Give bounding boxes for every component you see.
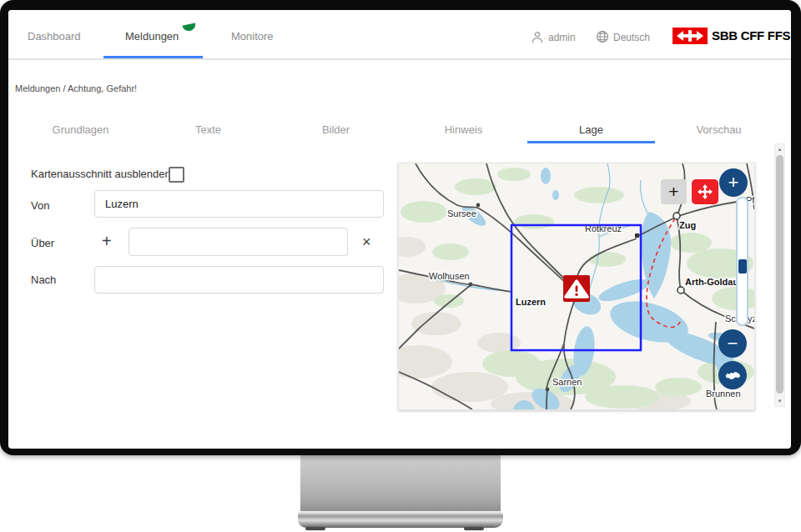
globe-icon bbox=[596, 30, 609, 47]
brand-text: SBB CFF FFS bbox=[712, 28, 790, 43]
map-label-zug: Zug bbox=[679, 220, 696, 230]
tab-texte[interactable]: Texte bbox=[144, 121, 272, 143]
hide-map-checkbox[interactable] bbox=[169, 167, 184, 183]
breadcrumb: Meldungen / Achtung, Gefahr! bbox=[15, 83, 137, 93]
map-label-brunnen: Brunnen bbox=[706, 389, 741, 399]
tab-bilder[interactable]: Bilder bbox=[272, 121, 400, 143]
language-selector[interactable]: Deutsch bbox=[613, 32, 650, 43]
monitor-foot bbox=[305, 527, 325, 530]
zoom-slider-handle[interactable] bbox=[738, 259, 747, 274]
clear-via-icon[interactable]: × bbox=[362, 233, 371, 251]
map-label-luzern: Luzern bbox=[516, 297, 546, 307]
monitor-foot bbox=[464, 527, 484, 530]
app-window: Dashboard Meldungen Monitore admin Deuts… bbox=[8, 10, 791, 449]
scrollbar-thumb[interactable] bbox=[776, 155, 783, 394]
zoom-out-button[interactable]: − bbox=[718, 329, 747, 358]
nach-input[interactable] bbox=[94, 266, 384, 294]
zoom-slider[interactable] bbox=[736, 197, 748, 326]
content-scrollbar[interactable]: ▲ ▼ bbox=[774, 143, 785, 407]
tab-lage[interactable]: Lage bbox=[527, 121, 655, 143]
map-label-sursee: Sursee bbox=[447, 208, 476, 218]
nav-item-dashboard[interactable]: Dashboard bbox=[28, 30, 81, 43]
tab-lage-label: Lage bbox=[579, 123, 603, 136]
ueber-label: Über bbox=[31, 237, 54, 249]
von-input[interactable] bbox=[94, 190, 384, 218]
scroll-down-arrow[interactable]: ▼ bbox=[775, 396, 784, 406]
user-icon bbox=[531, 31, 543, 47]
monitor-stand-base bbox=[298, 511, 503, 528]
map-panel: Sursee Rotkreuz Zug Pfäffikon Wolhusen L… bbox=[398, 163, 755, 410]
ueber-input[interactable] bbox=[128, 228, 348, 256]
scroll-up-arrow[interactable]: ▲ bbox=[775, 144, 784, 154]
minus-icon: − bbox=[728, 334, 738, 353]
nach-label: Nach bbox=[31, 274, 56, 286]
nav-item-monitore[interactable]: Monitore bbox=[231, 30, 274, 43]
warning-marker-icon[interactable] bbox=[563, 275, 590, 302]
hide-map-label: Kartenausschnitt ausblenden bbox=[31, 168, 171, 180]
zoom-in-button[interactable]: + bbox=[719, 168, 748, 197]
active-nav-underline bbox=[103, 56, 203, 58]
map-label-sarnen: Sarnen bbox=[552, 377, 582, 387]
map-label-arth-goldau: Arth-Goldau bbox=[685, 277, 738, 287]
add-via-icon[interactable]: + bbox=[102, 232, 112, 251]
move-marker-button[interactable] bbox=[692, 179, 718, 204]
meldungen-badge-icon bbox=[182, 23, 196, 32]
draw-extent-button[interactable]: + bbox=[661, 179, 687, 204]
top-nav: Dashboard Meldungen Monitore admin Deuts… bbox=[8, 10, 791, 60]
map-label-wolhusen: Wolhusen bbox=[429, 271, 470, 281]
move-arrows-icon bbox=[697, 183, 713, 200]
nav-item-meldungen[interactable]: Meldungen bbox=[125, 30, 179, 43]
plus-icon: + bbox=[668, 182, 678, 202]
monitor-bezel: Dashboard Meldungen Monitore admin Deuts… bbox=[0, 0, 801, 455]
monitor-stand bbox=[300, 454, 501, 511]
switzerland-icon bbox=[723, 369, 742, 382]
tab-grundlagen[interactable]: Grundlagen bbox=[17, 121, 144, 143]
sbb-logo-icon bbox=[673, 28, 708, 44]
von-label: Von bbox=[31, 199, 49, 212]
active-tab-underline bbox=[527, 141, 655, 143]
reset-extent-button[interactable] bbox=[718, 361, 747, 389]
plus-icon: + bbox=[728, 173, 739, 192]
tab-hinweis[interactable]: Hinweis bbox=[400, 121, 527, 143]
tab-vorschau[interactable]: Vorschau bbox=[655, 121, 783, 143]
tab-bar: Grundlagen Texte Bilder Hinweis Lage Vor… bbox=[17, 121, 783, 143]
user-name[interactable]: admin bbox=[548, 32, 576, 43]
